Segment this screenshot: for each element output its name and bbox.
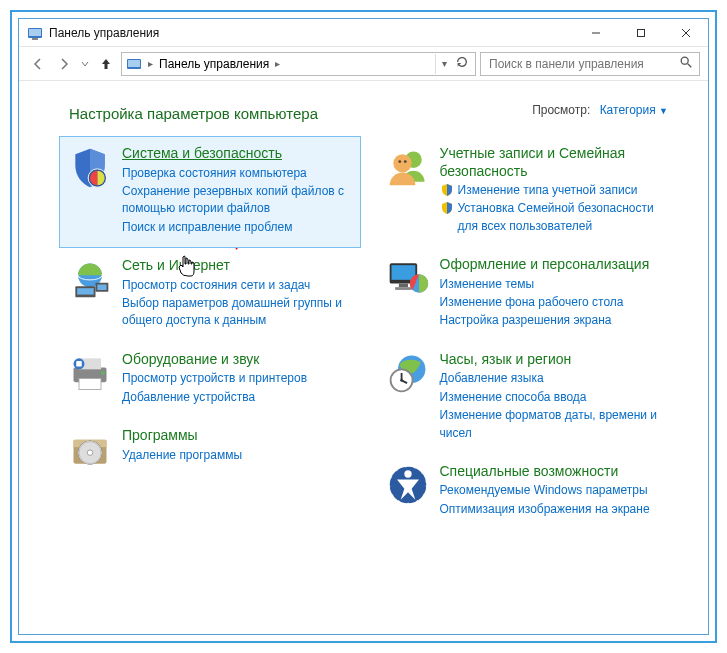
svg-line-10	[688, 64, 692, 68]
task-link[interactable]: Оптимизация изображения на экране	[440, 501, 670, 518]
svg-rect-21	[79, 378, 101, 389]
svg-point-22	[101, 371, 105, 375]
view-dropdown[interactable]: Категория ▼	[600, 103, 668, 117]
titlebar: Панель управления	[19, 19, 708, 47]
svg-rect-24	[76, 361, 82, 367]
navbar: ▸ Панель управления ▸ ▾	[19, 47, 708, 81]
category-title[interactable]: Оформление и персонализация	[440, 256, 670, 274]
category-appearance[interactable]: Оформление и персонализация Изменение те…	[377, 247, 679, 342]
category-clock[interactable]: Часы, язык и регион Добавление языка Изм…	[377, 342, 679, 454]
view-label: Просмотр:	[532, 103, 590, 117]
control-panel-window: Панель управления ▸ Па	[18, 18, 709, 635]
control-panel-icon	[27, 25, 43, 41]
accessibility-icon	[386, 463, 430, 507]
disc-icon	[68, 427, 112, 471]
task-link[interactable]: Настройка разрешения экрана	[440, 312, 670, 329]
search-icon	[677, 55, 693, 72]
forward-button[interactable]	[53, 53, 75, 75]
breadcrumb-segment[interactable]: Панель управления	[159, 57, 269, 71]
clock-globe-icon	[386, 351, 430, 395]
svg-rect-4	[637, 29, 644, 36]
network-icon	[68, 257, 112, 301]
content-area: Просмотр: Категория ▼ Настройка параметр…	[19, 81, 708, 634]
category-accessibility[interactable]: Специальные возможности Рекомендуемые Wi…	[377, 454, 679, 530]
category-system-security[interactable]: Система и безопасность Проверка состояни…	[59, 136, 361, 248]
back-button[interactable]	[27, 53, 49, 75]
task-link[interactable]: Удаление программы	[122, 447, 352, 464]
view-selector: Просмотр: Категория ▼	[532, 103, 668, 117]
svg-point-46	[404, 470, 411, 477]
task-link[interactable]: Проверка состояния компьютера	[122, 165, 352, 182]
category-accounts[interactable]: Учетные записи и Семейная безопасность И…	[377, 136, 679, 247]
chevron-right-icon: ▸	[275, 58, 280, 69]
task-link[interactable]: Добавление языка	[440, 370, 670, 387]
svg-rect-2	[32, 38, 38, 40]
category-hardware[interactable]: Оборудование и звук Просмотр устройств и…	[59, 342, 361, 418]
task-link[interactable]: Установка Семейной безопасности для всех…	[440, 200, 670, 235]
svg-point-33	[398, 160, 401, 163]
users-icon	[386, 145, 430, 189]
refresh-button[interactable]	[453, 55, 471, 72]
task-link[interactable]: Добавление устройства	[122, 389, 352, 406]
shield-icon	[68, 145, 112, 189]
category-title[interactable]: Специальные возможности	[440, 463, 670, 481]
category-title[interactable]: Система и безопасность	[122, 145, 352, 163]
appearance-icon	[386, 256, 430, 300]
task-link[interactable]: Просмотр состояния сети и задач	[122, 277, 352, 294]
svg-rect-36	[391, 265, 415, 280]
right-column: Учетные записи и Семейная безопасность И…	[377, 136, 679, 530]
minimize-button[interactable]	[573, 19, 618, 47]
category-title[interactable]: Часы, язык и регион	[440, 351, 670, 369]
search-input[interactable]	[487, 56, 677, 72]
task-link[interactable]: Выбор параметров домашней группы и общег…	[122, 295, 352, 330]
svg-rect-8	[128, 60, 140, 67]
svg-rect-38	[395, 287, 412, 290]
svg-point-32	[393, 154, 411, 172]
category-programs[interactable]: Программы Удаление программы	[59, 418, 361, 482]
svg-point-9	[681, 57, 688, 64]
category-title[interactable]: Программы	[122, 427, 352, 445]
up-button[interactable]	[95, 53, 117, 75]
printer-icon	[68, 351, 112, 395]
search-box[interactable]	[480, 52, 700, 76]
task-link[interactable]: Поиск и исправление проблем	[122, 219, 352, 236]
window-title: Панель управления	[49, 26, 573, 40]
task-link[interactable]: Рекомендуемые Windows параметры	[440, 482, 670, 499]
recent-locations-button[interactable]	[79, 53, 91, 75]
task-link[interactable]: Изменение форматов даты, времени и чисел	[440, 407, 670, 442]
svg-point-34	[403, 160, 406, 163]
task-link[interactable]: Изменение способа ввода	[440, 389, 670, 406]
svg-point-44	[400, 379, 403, 382]
category-network[interactable]: Сеть и Интернет Просмотр состояния сети …	[59, 248, 361, 342]
close-button[interactable]	[663, 19, 708, 47]
category-title[interactable]: Учетные записи и Семейная безопасность	[440, 145, 670, 180]
task-link[interactable]: Изменение типа учетной записи	[440, 182, 670, 199]
control-panel-icon	[126, 56, 142, 72]
chevron-down-icon: ▼	[659, 106, 668, 116]
left-column: Система и безопасность Проверка состояни…	[59, 136, 361, 530]
task-link[interactable]: Просмотр устройств и принтеров	[122, 370, 352, 387]
svg-rect-16	[77, 288, 94, 294]
svg-rect-18	[97, 285, 106, 291]
task-link[interactable]: Изменение фона рабочего стола	[440, 294, 670, 311]
uac-shield-icon	[440, 201, 454, 215]
category-title[interactable]: Сеть и Интернет	[122, 257, 352, 275]
address-bar[interactable]: ▸ Панель управления ▸ ▾	[121, 52, 476, 76]
svg-rect-37	[398, 284, 407, 288]
chevron-right-icon: ▸	[148, 58, 153, 69]
task-link[interactable]: Сохранение резервных копий файлов с помо…	[122, 183, 352, 218]
chevron-down-icon[interactable]: ▾	[442, 58, 447, 69]
maximize-button[interactable]	[618, 19, 663, 47]
svg-rect-1	[29, 29, 41, 36]
uac-shield-icon	[440, 183, 454, 197]
task-link[interactable]: Изменение темы	[440, 276, 670, 293]
svg-point-30	[87, 450, 93, 456]
category-title[interactable]: Оборудование и звук	[122, 351, 352, 369]
